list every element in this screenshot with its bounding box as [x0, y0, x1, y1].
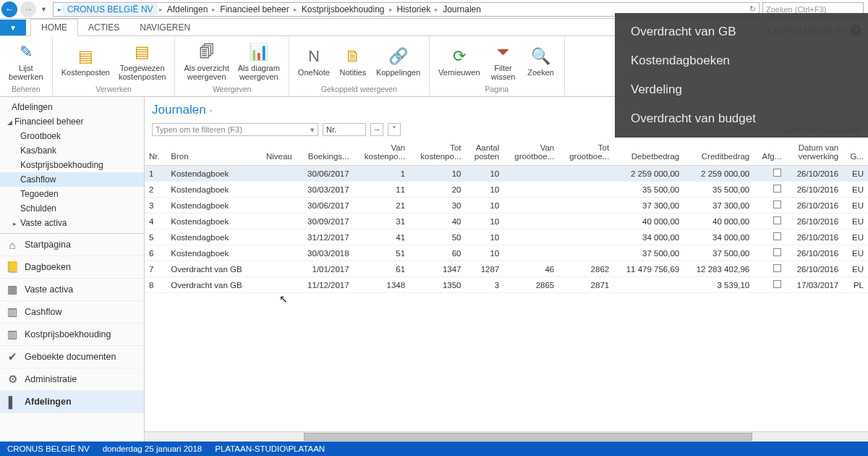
nav-label: Kostprijsboekhouding: [25, 329, 111, 339]
back-button[interactable]: ←: [1, 1, 17, 17]
column-header[interactable]: Creditbedrag: [684, 139, 754, 166]
context-menu-item[interactable]: Overdracht van budget: [615, 104, 868, 133]
tree-item[interactable]: Cashflow: [0, 172, 144, 187]
checkbox[interactable]: [773, 248, 781, 256]
column-header[interactable]: Totkostenpo...: [409, 139, 465, 166]
table-row[interactable]: 3Kostendagboek30/06/201721301037 300,003…: [145, 198, 868, 214]
ribbon-button[interactable]: NOneNote: [294, 44, 334, 79]
table-cell: 1287: [466, 261, 504, 277]
nav-item[interactable]: ⚙Administratie: [0, 368, 144, 391]
filter-input[interactable]: Typen om te filteren (F3)▾: [152, 123, 318, 136]
checkbox[interactable]: [773, 200, 781, 208]
table-cell: [503, 182, 558, 198]
nav-item[interactable]: ▥Kostprijsboekhouding: [0, 324, 144, 346]
breadcrumb-item[interactable]: Journalen: [440, 4, 484, 14]
table-cell: 34 000,00: [613, 229, 684, 245]
nav-item[interactable]: ⌂Startpagina: [0, 234, 144, 256]
column-header[interactable]: Afg...: [754, 139, 786, 166]
ribbon-button[interactable]: 🔍Zoeken: [522, 44, 560, 79]
ribbon-label: Notities: [340, 69, 367, 77]
column-header[interactable]: Debetbedrag: [613, 139, 684, 166]
ribbon-tab-navigeren[interactable]: NAVIGEREN: [129, 20, 200, 35]
nav-icon: ▥: [6, 328, 19, 341]
column-header[interactable]: Boekings...: [297, 139, 354, 166]
table-cell: EU: [843, 166, 868, 182]
filter-dropdown-button[interactable]: ˅: [388, 123, 401, 136]
horizontal-scrollbar[interactable]: [145, 431, 868, 442]
tree-item[interactable]: Tegoeden: [0, 187, 144, 201]
tree-item[interactable]: Schulden: [0, 201, 144, 216]
table-row[interactable]: 7Overdracht van GB1/01/20176113471287462…: [145, 261, 868, 277]
ribbon-button[interactable]: 🗎Notities: [334, 44, 372, 79]
context-menu-item[interactable]: Overdracht van GB: [615, 17, 868, 46]
breadcrumb-item[interactable]: Financieel beheer: [217, 4, 292, 14]
breadcrumb-item[interactable]: Afdelingen: [164, 4, 211, 14]
ribbon-tab-acties[interactable]: ACTIES: [78, 20, 129, 35]
tree-item[interactable]: Kas/bank: [0, 143, 144, 158]
checkbox[interactable]: [773, 169, 781, 177]
checkbox[interactable]: [773, 264, 781, 272]
column-header[interactable]: Vankostenpo...: [354, 139, 409, 166]
ribbon-button[interactable]: ⏷Filterwissen: [485, 40, 522, 83]
table-cell: 41: [354, 229, 409, 245]
table-cell: 12 283 402,96: [684, 261, 754, 277]
nav-item[interactable]: ▦Vaste activa: [0, 279, 144, 301]
filter-go-button[interactable]: →: [370, 123, 383, 136]
ribbon-tab-home[interactable]: HOME: [30, 19, 78, 36]
checkbox[interactable]: [773, 232, 781, 240]
column-header[interactable]: Aantalposten: [466, 139, 504, 166]
nav-item[interactable]: ▥Cashflow: [0, 301, 144, 324]
table-cell: 2862: [558, 261, 613, 277]
ribbon-icon: 🗎: [342, 46, 364, 67]
table-row[interactable]: 6Kostendagboek30/03/201851601037 500,003…: [145, 245, 868, 261]
tree-item[interactable]: Grootboek: [0, 129, 144, 143]
ribbon-button[interactable]: ✎Lijstbewerken: [4, 40, 48, 83]
column-header[interactable]: Bron: [166, 139, 257, 166]
ribbon-button[interactable]: 🗐Als overzichtweergeven: [179, 40, 233, 83]
table-cell: 40 000,00: [684, 214, 754, 229]
history-dropdown-icon[interactable]: ▼: [38, 6, 50, 13]
context-menu-item[interactable]: Kostendagboeken: [615, 46, 868, 75]
ribbon-button[interactable]: ▤Toegewezenkostenposten: [114, 40, 170, 83]
table-row[interactable]: 8Overdracht van GB11/12/2017134813503286…: [145, 277, 868, 293]
table-cell: 26/10/2016: [786, 198, 843, 214]
table-cell: 51: [354, 245, 409, 261]
column-header[interactable]: G...: [843, 139, 868, 166]
tree-root[interactable]: Afdelingen: [0, 100, 144, 114]
table-cell: 2: [145, 182, 166, 198]
context-menu-item[interactable]: Verdeling: [615, 75, 868, 104]
nav-item[interactable]: ✔Geboekte documenten: [0, 346, 144, 368]
column-header[interactable]: Datum vanverwerking: [786, 139, 843, 166]
tree-parent[interactable]: ◢Financieel beheer: [0, 114, 144, 129]
table-row[interactable]: 2Kostendagboek30/03/201711201035 500,003…: [145, 182, 868, 198]
ribbon-button[interactable]: ⟳Vernieuwen: [434, 44, 485, 79]
ribbon-button[interactable]: 📊Als diagramweergeven: [234, 40, 284, 83]
column-header[interactable]: Vangrootboe...: [503, 139, 558, 166]
table-row[interactable]: 1Kostendagboek30/06/2017110102 259 000,0…: [145, 166, 868, 182]
table-cell: 30: [409, 198, 465, 214]
tree-item[interactable]: Kostprijsboekhouding: [0, 158, 144, 172]
column-header[interactable]: Totgrootboe...: [558, 139, 613, 166]
tree-item[interactable]: ▸Vaste activa: [0, 216, 144, 230]
column-header[interactable]: Nr.: [145, 139, 166, 166]
checkbox[interactable]: [773, 216, 781, 224]
nav-item[interactable]: ▌Afdelingen: [0, 391, 144, 413]
ribbon-button[interactable]: 🔗Koppelingen: [372, 44, 425, 79]
table-row[interactable]: 4Kostendagboek30/09/201731401040 000,004…: [145, 214, 868, 229]
checkbox[interactable]: [773, 280, 781, 288]
ribbon-label: OneNote: [298, 69, 330, 77]
breadcrumb-item[interactable]: Historiek: [394, 4, 434, 14]
expand-icon[interactable]: ▸: [13, 220, 20, 227]
table-row[interactable]: 5Kostendagboek31/12/201741501034 000,003…: [145, 229, 868, 245]
column-header[interactable]: Niveau: [258, 139, 297, 166]
file-menu-button[interactable]: ▼: [0, 20, 26, 35]
nav-item[interactable]: 📒Dagboeken: [0, 256, 144, 279]
breadcrumb-item[interactable]: Kostprijsboekhouding: [299, 4, 388, 14]
table-cell: 50: [409, 229, 465, 245]
breadcrumb-company[interactable]: CRONUS BELGIË NV: [63, 4, 158, 15]
filter-field[interactable]: Nr.: [323, 123, 366, 136]
forward-button[interactable]: →: [20, 1, 36, 17]
table-cell: [258, 214, 297, 229]
ribbon-button[interactable]: ▤Kostenposten: [57, 44, 114, 79]
checkbox[interactable]: [773, 185, 781, 193]
